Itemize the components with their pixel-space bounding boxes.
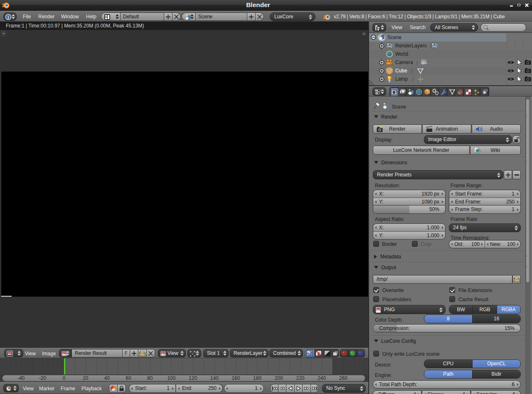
svg-text:i: i	[8, 15, 9, 20]
